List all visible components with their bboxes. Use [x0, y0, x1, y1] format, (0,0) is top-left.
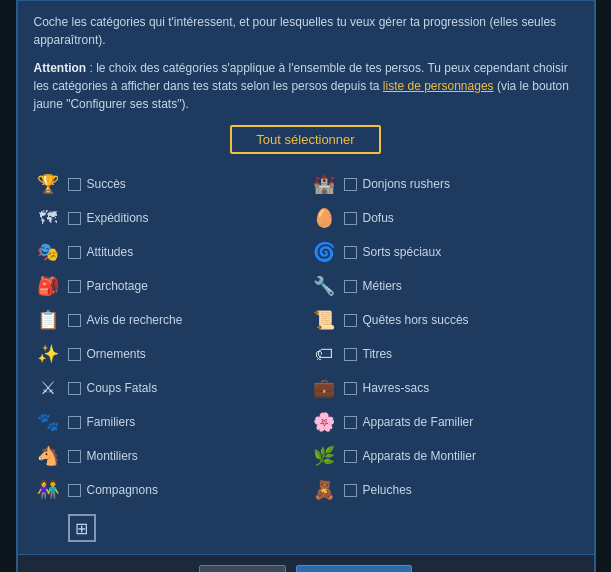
- label-expeditions: Expéditions: [87, 211, 149, 225]
- checkbox-sorts[interactable]: [344, 246, 357, 259]
- category-item-succes[interactable]: 🏆 Succès: [34, 170, 302, 198]
- icon-metiers: 🔧: [310, 272, 338, 300]
- category-item-metiers[interactable]: 🔧 Métiers: [310, 272, 578, 300]
- checkbox-apparats_mont[interactable]: [344, 450, 357, 463]
- label-apparats_fam: Apparats de Familier: [363, 415, 474, 429]
- category-item-attitudes[interactable]: 🎭 Attitudes: [34, 238, 302, 266]
- category-item-donjons[interactable]: 🏰 Donjons rushers: [310, 170, 578, 198]
- icon-quetes: 📜: [310, 306, 338, 334]
- checkbox-succes[interactable]: [68, 178, 81, 191]
- checkbox-peluches[interactable]: [344, 484, 357, 497]
- label-donjons: Donjons rushers: [363, 177, 450, 191]
- category-item-quetes[interactable]: 📜 Quêtes hors succès: [310, 306, 578, 334]
- category-item-titres[interactable]: 🏷 Titres: [310, 340, 578, 368]
- category-item-havres[interactable]: 💼 Havres-sacs: [310, 374, 578, 402]
- checkbox-titres[interactable]: [344, 348, 357, 361]
- icon-ornements: ✨: [34, 340, 62, 368]
- cancel-button[interactable]: Annuler: [199, 565, 286, 572]
- checkbox-apparats_fam[interactable]: [344, 416, 357, 429]
- icon-apparats_mont: 🌿: [310, 442, 338, 470]
- icon-succes: 🏆: [34, 170, 62, 198]
- category-item-ornements[interactable]: ✨ Ornements: [34, 340, 302, 368]
- checkbox-parchotage[interactable]: [68, 280, 81, 293]
- icon-compagnons: 👫: [34, 476, 62, 504]
- icon-dofus: 🥚: [310, 204, 338, 232]
- categories-grid: 🏆 Succès 🏰 Donjons rushers 🗺 Expéditions…: [34, 170, 578, 542]
- category-item-expeditions[interactable]: 🗺 Expéditions: [34, 204, 302, 232]
- category-item-avis[interactable]: 📋 Avis de recherche: [34, 306, 302, 334]
- description-text: Coche les catégories qui t'intéressent, …: [34, 13, 578, 49]
- label-metiers: Métiers: [363, 279, 402, 293]
- label-apparats_mont: Apparats de Montilier: [363, 449, 476, 463]
- checkbox-expeditions[interactable]: [68, 212, 81, 225]
- modal: Choix des catégories d'objectifs : × Coc…: [16, 0, 596, 572]
- icon-apparats_fam: 🌸: [310, 408, 338, 436]
- label-montiliers: Montiliers: [87, 449, 138, 463]
- label-havres: Havres-sacs: [363, 381, 430, 395]
- icon-sorts: 🌀: [310, 238, 338, 266]
- modal-overlay: Choix des catégories d'objectifs : × Coc…: [0, 0, 611, 572]
- icon-familiers: 🐾: [34, 408, 62, 436]
- category-item-sorts[interactable]: 🌀 Sorts spéciaux: [310, 238, 578, 266]
- checkbox-dofus[interactable]: [344, 212, 357, 225]
- label-parchotage: Parchotage: [87, 279, 148, 293]
- icon-montiliers: 🐴: [34, 442, 62, 470]
- label-attitudes: Attitudes: [87, 245, 134, 259]
- category-item-coups[interactable]: ⚔ Coups Fatals: [34, 374, 302, 402]
- category-item-peluches[interactable]: 🧸 Peluches: [310, 476, 578, 504]
- icon-avis: 📋: [34, 306, 62, 334]
- checkbox-ornements[interactable]: [68, 348, 81, 361]
- checkbox-compagnons[interactable]: [68, 484, 81, 497]
- category-item-apparats_mont[interactable]: 🌿 Apparats de Montilier: [310, 442, 578, 470]
- checkbox-havres[interactable]: [344, 382, 357, 395]
- category-item-apparats_fam[interactable]: 🌸 Apparats de Familier: [310, 408, 578, 436]
- checkbox-avis[interactable]: [68, 314, 81, 327]
- attention-bold: Attention: [34, 61, 87, 75]
- label-familiers: Familiers: [87, 415, 136, 429]
- icon-expeditions: 🗺: [34, 204, 62, 232]
- label-sorts: Sorts spéciaux: [363, 245, 442, 259]
- category-item-parchotage[interactable]: 🎒 Parchotage: [34, 272, 302, 300]
- icon-titres: 🏷: [310, 340, 338, 368]
- attention-text: Attention : le choix des catégories s'ap…: [34, 59, 578, 113]
- label-quetes: Quêtes hors succès: [363, 313, 469, 327]
- icon-parchotage: 🎒: [34, 272, 62, 300]
- label-peluches: Peluches: [363, 483, 412, 497]
- checkbox-montiliers[interactable]: [68, 450, 81, 463]
- modal-footer: Annuler Sauvegarder: [18, 554, 594, 572]
- label-compagnons: Compagnons: [87, 483, 158, 497]
- category-item-compagnons[interactable]: 👫 Compagnons: [34, 476, 302, 504]
- checkbox-attitudes[interactable]: [68, 246, 81, 259]
- save-button[interactable]: Sauvegarder: [296, 565, 412, 572]
- icon-coups: ⚔: [34, 374, 62, 402]
- checkbox-donjons[interactable]: [344, 178, 357, 191]
- label-avis: Avis de recherche: [87, 313, 183, 327]
- checkbox-coups[interactable]: [68, 382, 81, 395]
- icon-havres: 💼: [310, 374, 338, 402]
- personnages-link[interactable]: liste de personnages: [383, 79, 494, 93]
- icon-attitudes: 🎭: [34, 238, 62, 266]
- label-ornements: Ornements: [87, 347, 146, 361]
- select-all-button[interactable]: Tout sélectionner: [230, 125, 380, 154]
- modal-body: Coche les catégories qui t'intéressent, …: [18, 1, 594, 554]
- checkbox-quetes[interactable]: [344, 314, 357, 327]
- label-dofus: Dofus: [363, 211, 394, 225]
- icon-peluches: 🧸: [310, 476, 338, 504]
- icon-donjons: 🏰: [310, 170, 338, 198]
- category-item-familiers[interactable]: 🐾 Familiers: [34, 408, 302, 436]
- checkbox-familiers[interactable]: [68, 416, 81, 429]
- label-titres: Titres: [363, 347, 393, 361]
- label-succes: Succès: [87, 177, 126, 191]
- category-item-dofus[interactable]: 🥚 Dofus: [310, 204, 578, 232]
- add-category-button[interactable]: ⊞: [68, 514, 96, 542]
- category-item-montiliers[interactable]: 🐴 Montiliers: [34, 442, 302, 470]
- label-coups: Coups Fatals: [87, 381, 158, 395]
- checkbox-metiers[interactable]: [344, 280, 357, 293]
